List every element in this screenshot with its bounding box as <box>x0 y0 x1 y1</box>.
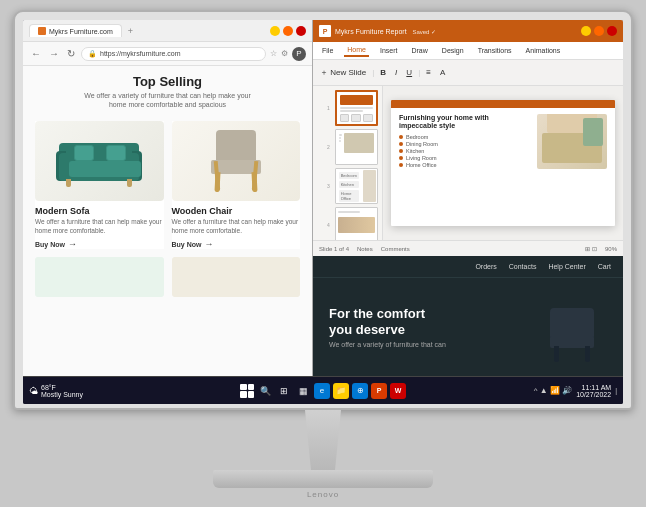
dark-chair-leg-1 <box>554 346 559 362</box>
ppt-tab-file[interactable]: File <box>319 45 336 56</box>
another-app-btn[interactable]: W <box>390 383 406 399</box>
cat-label-living: Living Room <box>406 155 437 161</box>
widgets-icon: ▦ <box>299 386 308 396</box>
slide-3-left: Bedroom Kitchen Home Office <box>337 170 361 202</box>
windows-area: Mykrs Furniture.com + ← → ↻ <box>23 20 623 376</box>
browser-tab[interactable]: Mykrs Furniture.com <box>29 24 122 37</box>
ppt-taskbar-icon: P <box>377 387 382 394</box>
buy-now-chair-btn[interactable]: Buy Now → <box>172 239 301 249</box>
product-card-sofa: Modern Sofa We offer a furniture that ca… <box>35 121 164 249</box>
ppt-italic-btn[interactable]: I <box>392 66 400 79</box>
taskview-btn[interactable]: ⊞ <box>276 383 292 399</box>
slide-3-inner: Bedroom Kitchen Home Office <box>337 170 376 202</box>
ppt-color-btn[interactable]: A <box>437 66 448 79</box>
sofa-illustration <box>54 134 144 189</box>
ppt-filename: Mykrs Furniture Report <box>335 28 407 35</box>
maximize-btn[interactable] <box>283 26 293 36</box>
search-taskbar-btn[interactable]: 🔍 <box>257 383 273 399</box>
ppt-maximize-btn[interactable] <box>594 26 604 36</box>
product-card-bottom-1 <box>35 257 164 297</box>
back-btn[interactable]: ← <box>29 47 43 60</box>
browser-favicon <box>38 27 46 35</box>
sofa-leg-left <box>66 179 71 187</box>
slide-thumb-row-1: 1 <box>317 90 378 126</box>
toolbar-divider-2: | <box>418 68 420 77</box>
store-icon: ⊕ <box>357 386 364 395</box>
browser-content: Top Selling We offer a variety of furnit… <box>23 66 312 376</box>
slide-1-icon-3 <box>363 114 373 122</box>
address-url: https://mykrsfurniture.com <box>100 50 181 57</box>
site-heading: Top Selling <box>39 74 296 89</box>
browser-win-controls <box>270 26 306 36</box>
slide-thumb-3[interactable]: Bedroom Kitchen Home Office <box>335 168 378 204</box>
slide-cat-dining: Dining Room <box>399 141 531 147</box>
minimize-btn[interactable] <box>270 26 280 36</box>
win-sq-2 <box>248 384 255 391</box>
show-desktop-btn[interactable]: | <box>615 387 617 394</box>
dark-nav-cart[interactable]: Cart <box>598 263 611 270</box>
slide-1-content <box>337 92 376 124</box>
forward-btn[interactable]: → <box>47 47 61 60</box>
file-explorer-btn[interactable]: 📁 <box>333 383 349 399</box>
ppt-close-btn[interactable] <box>607 26 617 36</box>
bookmark-icon[interactable]: ☆ <box>270 49 277 58</box>
cat-dot-kitchen <box>399 149 403 153</box>
slide-1-line-1 <box>340 107 373 109</box>
notes-btn[interactable]: Notes <box>357 246 373 252</box>
slide-thumb-4[interactable] <box>335 207 378 240</box>
buy-now-chair-label: Buy Now <box>172 241 202 248</box>
slide-cat-bedroom: Bedroom <box>399 134 531 140</box>
store-btn[interactable]: ⊕ <box>352 383 368 399</box>
ppt-tab-insert[interactable]: Insert <box>377 45 401 56</box>
slide-num-1: 1 <box>327 105 333 111</box>
ppt-tab-draw[interactable]: Draw <box>408 45 430 56</box>
products-row2 <box>23 257 312 301</box>
new-tab-btn[interactable]: + <box>128 26 133 36</box>
ppt-window: P Mykrs Furniture Report Saved ✓ <box>313 20 623 256</box>
slide-4-content <box>336 208 377 240</box>
dark-nav-contacts[interactable]: Contacts <box>509 263 537 270</box>
ppt-new-slide-btn[interactable]: ＋ New Slide <box>317 65 369 80</box>
dark-nav-help[interactable]: Help Center <box>548 263 585 270</box>
ppt-underline-btn[interactable]: U <box>403 66 415 79</box>
dark-nav-orders[interactable]: Orders <box>475 263 496 270</box>
slide-thumb-1[interactable] <box>335 90 378 126</box>
products-grid: Modern Sofa We offer a furniture that ca… <box>23 113 312 257</box>
ppt-bold-btn[interactable]: B <box>377 66 389 79</box>
widgets-btn[interactable]: ▦ <box>295 383 311 399</box>
edge-btn[interactable]: e <box>314 383 330 399</box>
slide-4-line <box>338 211 360 213</box>
buy-now-sofa-btn[interactable]: Buy Now → <box>35 239 164 249</box>
slide-num-3: 3 <box>327 183 333 189</box>
slide-thumb-2[interactable] <box>335 129 378 165</box>
taskview-icon: ⊞ <box>280 386 288 396</box>
ppt-tab-home[interactable]: Home <box>344 44 369 57</box>
slide-1-icon-1 <box>340 114 350 122</box>
ppt-minimize-btn[interactable] <box>581 26 591 36</box>
reload-btn[interactable]: ↻ <box>65 47 77 60</box>
weather-desc: Mostly Sunny <box>41 391 83 398</box>
comments-btn[interactable]: Comments <box>381 246 410 252</box>
site-subheading: We offer a variety of furniture that can… <box>39 91 296 109</box>
ppt-tab-design[interactable]: Design <box>439 45 467 56</box>
close-btn[interactable] <box>296 26 306 36</box>
lenovo-brand: Lenovo <box>307 490 339 499</box>
ppt-win-controls <box>581 26 617 36</box>
slide-body: Furnishing your home withimpeccable styl… <box>391 108 615 226</box>
extensions-icon[interactable]: ⚙ <box>281 49 288 58</box>
dark-chair-back <box>550 308 594 338</box>
address-bar[interactable]: 🔒 https://mykrsfurniture.com <box>81 47 266 61</box>
slide-count: Slide 1 of 4 <box>319 246 349 252</box>
ppt-tab-animations[interactable]: Animations <box>523 45 564 56</box>
product-desc-sofa: We offer a furniture that can help make … <box>35 218 164 235</box>
taskbar-center: 🔍 ⊞ ▦ e 📁 ⊕ <box>240 383 406 399</box>
ppt-tab-transitions[interactable]: Transitions <box>475 45 515 56</box>
profile-icon[interactable]: P <box>292 47 306 61</box>
slide-orange-bar <box>391 100 615 108</box>
ppt-align-btn[interactable]: ≡ <box>423 66 434 79</box>
buy-arrow-sofa: → <box>68 239 77 249</box>
taskbar-right: ^ ▲ 📶 🔊 11:11 AM 10/27/2022 | <box>534 384 617 398</box>
windows-start-btn[interactable] <box>240 384 254 398</box>
ppt-taskbar-btn[interactable]: P <box>371 383 387 399</box>
slide-2-line-1 <box>339 134 342 136</box>
